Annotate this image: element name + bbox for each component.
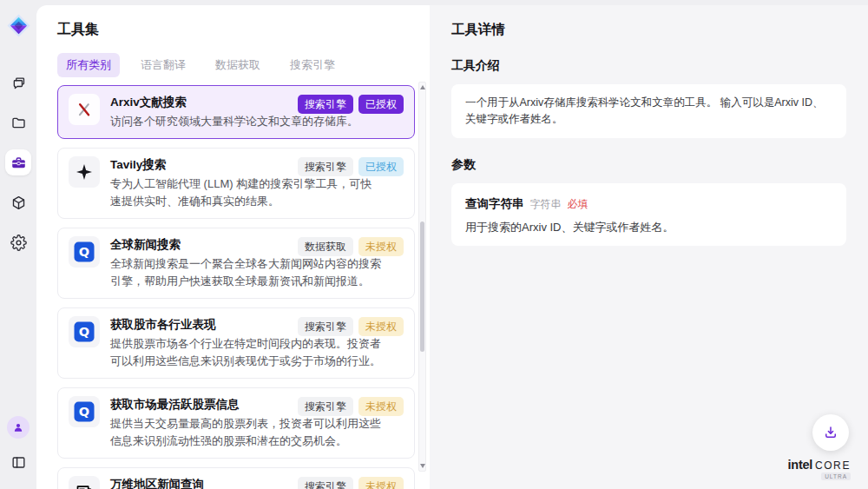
tool-description: 提供股票市场各个行业在特定时间段内的表现。投资者可以利用这些信息来识别表现优于或… — [110, 335, 381, 370]
tab-category-1[interactable]: 语言翻译 — [132, 53, 194, 77]
tool-list: Arxiv文献搜索 访问各个研究领域大量科学论文和文章的存储库。 搜索引擎 已授… — [57, 85, 415, 489]
intro-card: 一个用于从Arxiv存储库搜索科学论文和文章的工具。 输入可以是Arxiv ID… — [451, 84, 846, 138]
gear-icon[interactable] — [5, 229, 31, 255]
category-badge: 搜索引擎 — [298, 95, 353, 114]
param-required-badge: 必填 — [568, 196, 589, 213]
icon-rail — [0, 0, 36, 489]
qblue-icon: Q — [69, 396, 100, 427]
scroll-up-arrow-icon[interactable] — [420, 85, 425, 89]
cube-icon[interactable] — [5, 189, 31, 215]
list-scrollbar[interactable] — [418, 82, 426, 472]
category-badge: 搜索引擎 — [298, 317, 353, 336]
collapse-panel-icon[interactable] — [5, 449, 31, 475]
tool-card[interactable]: Arxiv文献搜索 访问各个研究领域大量科学论文和文章的存储库。 搜索引擎 已授… — [57, 85, 415, 139]
news-icon — [69, 476, 100, 489]
auth-status-badge: 未授权 — [358, 477, 404, 489]
params-heading: 参数 — [451, 157, 846, 173]
category-tabs: 所有类别语言翻译数据获取搜索引擎 — [57, 53, 415, 77]
tool-description: 全球新闻搜索是一个聚合全球各大新闻网站内容的搜索引擎，帮助用户快速获取全球最新资… — [110, 255, 381, 290]
app-window: 工具集 所有类别语言翻译数据获取搜索引擎 Arxiv文献搜索 访问各个研究领域大… — [0, 0, 868, 489]
tab-category-0[interactable]: 所有类别 — [57, 53, 120, 77]
tools-panel: 工具集 所有类别语言翻译数据获取搜索引擎 Arxiv文献搜索 访问各个研究领域大… — [36, 5, 430, 489]
param-name: 查询字符串 — [465, 195, 524, 212]
detail-title: 工具详情 — [451, 21, 846, 39]
auth-status-badge: 未授权 — [358, 397, 404, 416]
scrollbar-thumb[interactable] — [420, 221, 424, 352]
folder-icon[interactable] — [5, 109, 31, 135]
tool-badges: 搜索引擎 已授权 — [298, 95, 404, 114]
intro-text: 一个用于从Arxiv存储库搜索科学论文和文章的工具。 输入可以是Arxiv ID… — [465, 96, 824, 125]
tool-badges: 搜索引擎 未授权 — [298, 317, 404, 336]
tool-badges: 搜索引擎 已授权 — [298, 157, 404, 176]
intel-core-logo: intel CORE ULTRA — [788, 458, 851, 480]
tavily-icon — [69, 156, 100, 188]
download-icon — [823, 425, 838, 440]
svg-text:Q: Q — [79, 405, 89, 419]
param-description: 用于搜索的Arxiv ID、关键字或作者姓名。 — [465, 219, 832, 235]
tool-card[interactable]: Q 全球新闻搜索 全球新闻搜索是一个聚合全球各大新闻网站内容的搜索引擎，帮助用户… — [57, 228, 415, 299]
auth-status-badge: 已授权 — [358, 157, 404, 176]
ultra-badge: ULTRA — [821, 472, 851, 480]
category-badge: 搜索引擎 — [298, 157, 353, 176]
tool-badges: 数据获取 未授权 — [298, 237, 404, 256]
intel-wordmark: intel — [788, 458, 812, 472]
auth-status-badge: 已授权 — [358, 95, 404, 114]
category-badge: 数据获取 — [298, 237, 353, 256]
arxiv-icon — [69, 94, 100, 125]
param-card: 查询字符串 字符串 必填 用于搜索的Arxiv ID、关键字或作者姓名。 — [451, 183, 846, 246]
qblue-icon: Q — [69, 316, 100, 347]
tool-card[interactable]: Q 获取股市各行业表现 提供股票市场各个行业在特定时间段内的表现。投资者可以利用… — [57, 307, 415, 379]
toolbox-icon[interactable] — [5, 149, 31, 175]
param-type: 字符串 — [530, 196, 562, 213]
auth-status-badge: 未授权 — [358, 237, 404, 256]
content-area: 工具集 所有类别语言翻译数据获取搜索引擎 Arxiv文献搜索 访问各个研究领域大… — [36, 0, 868, 489]
app-logo — [5, 12, 31, 38]
tool-card[interactable]: Q 获取市场最活跃股票信息 提供当天交易量最高的股票列表，投资者可以利用这些信息… — [57, 387, 415, 459]
svg-text:Q: Q — [79, 245, 89, 259]
svg-text:Q: Q — [79, 325, 89, 339]
tab-category-2[interactable]: 数据获取 — [207, 53, 269, 77]
core-wordmark: CORE — [815, 459, 851, 472]
intro-heading: 工具介绍 — [451, 58, 846, 74]
param-header: 查询字符串 字符串 必填 — [465, 195, 832, 213]
category-badge: 搜索引擎 — [298, 477, 353, 489]
tool-description: 专为人工智能代理 (LLM) 构建的搜索引擎工具，可快速提供实时、准确和真实的结… — [110, 175, 381, 210]
chat-icon[interactable] — [5, 69, 31, 96]
tool-card[interactable]: Tavily搜索 专为人工智能代理 (LLM) 构建的搜索引擎工具，可快速提供实… — [57, 148, 415, 219]
scroll-down-arrow-icon[interactable] — [420, 464, 425, 468]
qblue-icon: Q — [69, 236, 100, 268]
category-badge: 搜索引擎 — [298, 397, 353, 416]
detail-panel: 工具详情 工具介绍 一个用于从Arxiv存储库搜索科学论文和文章的工具。 输入可… — [430, 5, 868, 489]
tool-card[interactable]: 万维地区新闻查询 查询具体行政区划内的新闻，快速了解各地新闻动 搜索引擎 未授权 — [57, 467, 415, 489]
user-avatar-icon[interactable] — [7, 416, 30, 439]
tab-category-3[interactable]: 搜索引擎 — [281, 53, 344, 77]
download-button[interactable] — [812, 414, 849, 451]
tool-description: 提供当天交易量最高的股票列表，投资者可以利用这些信息来识别流动性强的股票和潜在的… — [110, 415, 381, 450]
tool-description: 访问各个研究领域大量科学论文和文章的存储库。 — [110, 113, 381, 130]
page-title: 工具集 — [57, 21, 415, 39]
tool-badges: 搜索引擎 未授权 — [298, 477, 404, 489]
tool-badges: 搜索引擎 未授权 — [298, 397, 404, 416]
auth-status-badge: 未授权 — [358, 317, 404, 336]
